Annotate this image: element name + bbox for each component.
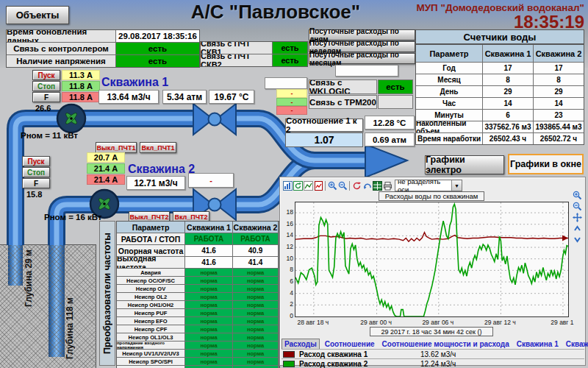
x-tick-label: 29 авг 1: [540, 319, 584, 326]
freq-status-1: норма: [185, 317, 232, 325]
well1-casing-pipe: [8, 244, 23, 286]
well2-f-button[interactable]: F: [22, 178, 50, 188]
legend-row: Расход скважина 113.62 м3/ч: [282, 349, 584, 358]
well2-current-red: 21.4 А: [87, 174, 125, 185]
line-chart-icon[interactable]: [303, 180, 313, 191]
zoom-out-icon[interactable]: [337, 180, 348, 191]
well1-current-red: 11.8 А: [62, 92, 100, 102]
well1-current-yellow: 11.3 А: [62, 70, 100, 80]
well2-pnom-label: Рном = 16 кВт: [44, 213, 102, 222]
freq-param: Выходная частота: [117, 257, 184, 268]
water-meters-table: Счетчики водыПараметрСкважина 1Скважина …: [415, 29, 584, 145]
daily-report-button[interactable]: Посуточные расходы по месяцам: [309, 53, 415, 64]
well1-f-button[interactable]: F: [32, 92, 60, 102]
column-header: Скважина 2: [233, 222, 278, 233]
well2-current-yellow: 20.7 А: [87, 152, 125, 163]
pan-icon[interactable]: [572, 212, 582, 222]
freq-param: Неиспр CPF: [117, 325, 184, 333]
report-icon[interactable]: [313, 180, 323, 191]
zoom-reset-icon[interactable]: [351, 180, 362, 191]
water-meters-title: Счетчики воды: [415, 29, 584, 44]
freq-param: Авария: [117, 269, 184, 276]
excel-export-icon[interactable]: [372, 180, 382, 191]
chart-plot-area[interactable]: [295, 202, 569, 317]
graphs-window-button[interactable]: Графики в окне: [508, 154, 584, 174]
well1-vfd-off-button[interactable]: Выкл_ПЧТ1: [96, 142, 137, 153]
trm200-link-label: Связь с ТРМ200: [309, 95, 377, 109]
chart-cursor-time-box: 29 2017 г. 18 час 34 мин 42 сек (): [370, 327, 493, 336]
save-chart-icon[interactable]: [282, 180, 293, 191]
refresh-chart-icon[interactable]: [293, 180, 303, 191]
well2-start-button[interactable]: Пуск: [22, 156, 50, 166]
freq-side-label: Преобразователи частоты: [99, 221, 115, 366]
water-meters-grid: ПараметрСкважина 1Скважина 2Год1717Месяц…: [415, 44, 584, 145]
well1-name: Скважина 1: [101, 76, 168, 89]
status-table: Время обновления данных29.08.2017 18:35:…: [6, 29, 200, 68]
scroll-down-icon[interactable]: [572, 234, 582, 244]
legend-swatch: [283, 361, 295, 367]
status-label: Наличие напряжения: [7, 55, 115, 67]
output-pressure-readout: 0.69 атм: [365, 132, 415, 146]
x-tick-label: 29 авг 06 ч: [416, 319, 460, 326]
tab-скважина-1[interactable]: Скважина 1: [514, 339, 561, 349]
freq-value-1: 41.6: [185, 245, 232, 256]
freq-status-1: норма: [185, 293, 232, 300]
zoom-in-icon[interactable]: [572, 190, 582, 200]
well2-depth-label: Глубина 118 м: [65, 294, 75, 362]
freq-grid: ПараметрСкважина 1Скважина 2РАБОТА / СТО…: [116, 221, 280, 368]
well1-pressure-readout: 5.34 атм: [162, 90, 207, 104]
pump1-icon: [57, 105, 85, 132]
series-Расход-скважина-2: [295, 204, 568, 316]
objects-button[interactable]: Объекты: [6, 6, 69, 24]
x-tick-label: 28 авг 18 ч: [291, 319, 335, 326]
meter-value-2: 26502.72 ч: [534, 133, 584, 144]
print-icon[interactable]: [382, 180, 392, 191]
chart-panel: не разделять оси ▼ Расходы воды по скваж…: [279, 177, 586, 366]
freq-status-1: норма: [185, 285, 232, 292]
tab-расходы[interactable]: Расходы: [282, 339, 320, 350]
zoom-out-icon[interactable]: [572, 201, 582, 211]
well1-start-button[interactable]: Пуск: [32, 70, 60, 80]
undo-icon[interactable]: [362, 180, 372, 191]
well1-depth-label: Глубина 29 м: [24, 248, 34, 308]
freq-status-2: норма: [233, 301, 278, 308]
output-temp-readout: 12.28 °С: [365, 116, 415, 130]
freq-status-1: норма: [185, 333, 232, 341]
wklogic-link-status: есть: [378, 79, 413, 94]
freq-param: Неиспр OL2: [117, 293, 184, 300]
freq-status-1: норма: [185, 342, 232, 349]
y-tick-label: 18: [283, 208, 293, 216]
meter-value-2: 23: [534, 110, 584, 121]
tab-скважина-2[interactable]: Скважина 2: [564, 339, 588, 349]
freq-status-1: норма: [185, 277, 232, 284]
well1-stop-button[interactable]: Стоп: [32, 81, 60, 91]
freq-param: Неиспр OC/OF/SC: [117, 277, 184, 284]
y-tick-label: 12: [283, 243, 293, 250]
well1-pnom-label: Рном = 11 кВт: [21, 131, 78, 140]
chart-toolbar: [282, 180, 392, 191]
well2-frequency-value: 15.8: [26, 190, 42, 199]
freq-status-2: норма: [233, 269, 278, 276]
x-tick-label: 29 авг 12 ч: [478, 319, 522, 326]
column-header: Скважина 1: [185, 222, 232, 233]
zoom-in-icon[interactable]: [327, 180, 337, 191]
tab-соотношение-мощности-и-расхода[interactable]: Соотношение мощности и расхода: [380, 339, 512, 349]
freq-status-2: норма: [233, 342, 278, 349]
meter-value-1: 26502.43 ч: [483, 133, 533, 144]
chart-side-controls: [572, 189, 584, 245]
well2-flow-readout: 12.71 м3/ч: [126, 176, 185, 190]
tab-соотношение[interactable]: Соотношение: [323, 339, 377, 349]
status-value: есть: [116, 43, 199, 54]
trm200-link-status: [378, 95, 413, 109]
well2-stop-button[interactable]: Стоп: [22, 167, 50, 177]
well1-vfd-on-button[interactable]: Вкл_ПЧТ1: [140, 142, 176, 153]
freq-value-1: 41.6: [185, 257, 232, 268]
freq-status-1: норма: [185, 350, 232, 357]
freq-value-2: РАБОТА: [233, 233, 278, 244]
legend-row: Расход скважина 212.24 м3/ч: [282, 358, 584, 368]
scroll-up-icon[interactable]: [572, 223, 582, 233]
chart-tabs: РасходыСоотношениеСоотношение мощности и…: [282, 339, 584, 350]
axes-mode-dropdown[interactable]: не разделять оси ▼: [395, 180, 462, 191]
meter-param: Год: [416, 63, 482, 74]
graphs-electro-button[interactable]: Графики электро: [425, 155, 504, 174]
